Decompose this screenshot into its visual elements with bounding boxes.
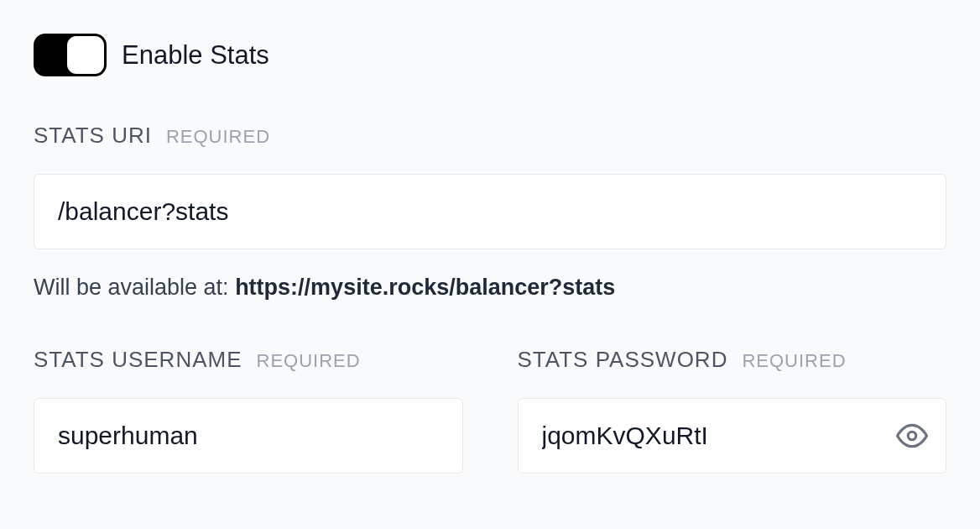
toggle-knob — [67, 36, 104, 74]
stats-uri-required-tag: REQUIRED — [166, 126, 270, 148]
enable-stats-label: Enable Stats — [122, 40, 269, 71]
enable-stats-row: Enable Stats — [34, 34, 946, 76]
stats-uri-hint: Will be available at: https://mysite.roc… — [34, 275, 946, 301]
toggle-password-visibility-button[interactable] — [896, 420, 928, 452]
stats-password-input[interactable] — [518, 398, 947, 474]
stats-uri-input[interactable] — [34, 174, 946, 249]
enable-stats-toggle[interactable] — [34, 34, 107, 76]
stats-username-input[interactable] — [34, 398, 463, 474]
stats-uri-hint-prefix: Will be available at: — [34, 275, 235, 300]
eye-icon — [896, 420, 928, 452]
stats-password-label: STATS PASSWORD — [518, 347, 728, 373]
stats-uri-hint-url: https://mysite.rocks/balancer?stats — [235, 275, 615, 300]
stats-password-group: STATS PASSWORD REQUIRED — [518, 347, 947, 474]
stats-username-group: STATS USERNAME REQUIRED — [34, 347, 463, 474]
stats-username-required-tag: REQUIRED — [257, 350, 361, 372]
stats-uri-label: STATS URI — [34, 123, 152, 149]
stats-password-required-tag: REQUIRED — [742, 350, 846, 372]
stats-uri-group: STATS URI REQUIRED Will be available at:… — [34, 123, 946, 301]
stats-username-label: STATS USERNAME — [34, 347, 242, 373]
svg-point-0 — [908, 432, 916, 440]
